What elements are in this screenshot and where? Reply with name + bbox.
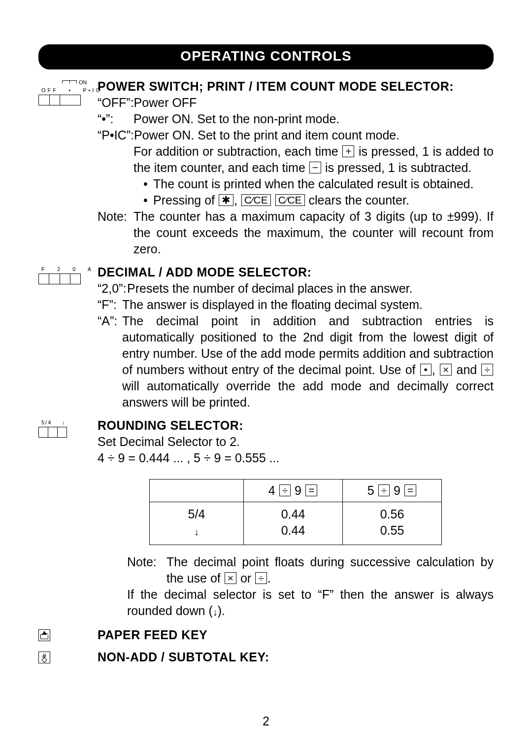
- rounding-r1c3: 0.56: [343, 502, 442, 522]
- rounding-th-4div9: 4 ÷ 9 =: [244, 479, 343, 502]
- minus-key-icon: −: [309, 162, 321, 173]
- power-pic-detail: For addition or subtraction, each time +…: [98, 143, 494, 176]
- power-dot-key: “•”:: [98, 111, 133, 127]
- divide-key-icon: ÷: [255, 572, 267, 584]
- rounding-selector-section: 5/4 ↓ ROUNDING SELECTOR: Set Decimal Sel…: [38, 417, 494, 619]
- decimal-switch-body-icon: [38, 274, 81, 284]
- power-note-key: Note:: [98, 208, 133, 257]
- rounding-after-note: If the decimal selector is set to “F” th…: [98, 586, 494, 619]
- decimal-switch-diagram: F 2 0 A: [38, 264, 98, 284]
- manual-page: OPERATING CONTROLS ON OFF • P•IC: [0, 0, 532, 756]
- rounding-line1: Set Decimal Selector to 2.: [98, 434, 494, 450]
- divide-key-icon: ÷: [378, 484, 390, 496]
- rounding-switch-labels: 5/4 ↓: [38, 419, 98, 425]
- rounding-title: ROUNDING SELECTOR:: [98, 417, 494, 434]
- dec-20-key: “2,0”:: [98, 280, 127, 297]
- rounding-th-empty: [150, 479, 244, 502]
- power-off-val: Power OFF: [134, 95, 494, 111]
- power-switch-section: ON OFF • P•IC POWER SWITCH; PRINT / ITEM…: [38, 78, 494, 257]
- page-number: 2: [0, 713, 532, 729]
- power-pic-val: Power ON. Set to the print and item coun…: [134, 127, 494, 143]
- power-note-val: The counter has a maximum capacity of 3 …: [133, 208, 494, 257]
- decimal-title: DECIMAL / ADD MODE SELECTOR:: [98, 264, 494, 280]
- dec-f-key: “F”:: [98, 297, 122, 313]
- clear-key-2-icon: C⁄CE: [241, 194, 271, 206]
- dot-key-icon: •: [420, 364, 432, 376]
- clear-key-1-icon: ✱: [219, 194, 233, 206]
- power-bullets: •The count is printed when the calculate…: [98, 176, 494, 208]
- divide-key-icon: ÷: [481, 364, 493, 376]
- equals-key-icon: =: [404, 484, 416, 496]
- times-key-icon: ×: [225, 572, 236, 584]
- rounding-note-key: Note:: [127, 554, 166, 586]
- divide-key-icon: ÷: [279, 484, 291, 496]
- rounding-switch-body-icon: [38, 427, 67, 438]
- switch-positions-label: OFF • P•IC: [38, 87, 98, 93]
- rounding-r1c1: 5/4: [150, 502, 244, 522]
- section-banner: OPERATING CONTROLS: [38, 44, 494, 69]
- bullet-clear-counter: Pressing of ✱, C⁄CE C⁄CE clears the coun…: [153, 192, 409, 208]
- nonadd-key-icon: #: [38, 652, 50, 663]
- dec-a-val: The decimal point in addition and subtra…: [122, 313, 494, 411]
- times-key-icon: ×: [440, 364, 452, 376]
- switch-on-label: ON: [79, 79, 87, 86]
- decimal-switch-labels: F 2 0 A: [38, 266, 98, 272]
- rounding-r2c3: 0.55: [343, 522, 442, 545]
- power-switch-diagram: ON OFF • P•IC: [38, 78, 98, 105]
- rounding-note-val: The decimal point floats during successi…: [166, 554, 494, 586]
- rounding-switch-diagram: 5/4 ↓: [38, 417, 98, 438]
- dec-f-val: The answer is displayed in the floating …: [122, 297, 494, 313]
- bullet-print-count: The count is printed when the calculated…: [153, 176, 473, 192]
- dec-a-key: “A”:: [98, 313, 122, 411]
- equals-key-icon: =: [305, 484, 317, 496]
- nonadd-title: NON-ADD / SUBTOTAL KEY:: [98, 649, 494, 665]
- rounding-line2: 4 ÷ 9 = 0.444 ... , 5 ÷ 9 = 0.555 ...: [98, 450, 494, 466]
- switch-body-icon: [38, 95, 81, 105]
- clear-key-3-icon: C⁄CE: [275, 194, 305, 206]
- rounding-table: 4 ÷ 9 = 5 ÷ 9 = 5/4 0.44 0.56 ↓ 0.44 0.5…: [149, 479, 442, 545]
- paper-feed-title: PAPER FEED KEY: [98, 627, 494, 643]
- power-dot-val: Power ON. Set to the non-print mode.: [133, 111, 494, 127]
- nonadd-section: # NON-ADD / SUBTOTAL KEY:: [38, 648, 494, 666]
- rounding-r1c2: 0.44: [244, 502, 343, 522]
- paper-feed-section: PAPER FEED KEY: [38, 626, 494, 644]
- dec-20-val: Presets the number of decimal places in …: [127, 280, 494, 297]
- decimal-selector-section: F 2 0 A DECIMAL / ADD MODE SELECTOR: “2,…: [38, 264, 494, 411]
- power-switch-title: POWER SWITCH; PRINT / ITEM COUNT MODE SE…: [98, 78, 494, 95]
- plus-key-icon: +: [342, 145, 354, 157]
- paper-feed-key-icon: [38, 629, 50, 641]
- rounding-r2c1: ↓: [150, 522, 244, 545]
- power-off-key: “OFF”:: [98, 95, 134, 111]
- power-pic-key: “P•IC”:: [98, 127, 134, 143]
- rounding-th-5div9: 5 ÷ 9 =: [343, 479, 442, 502]
- rounding-r2c2: 0.44: [244, 522, 343, 545]
